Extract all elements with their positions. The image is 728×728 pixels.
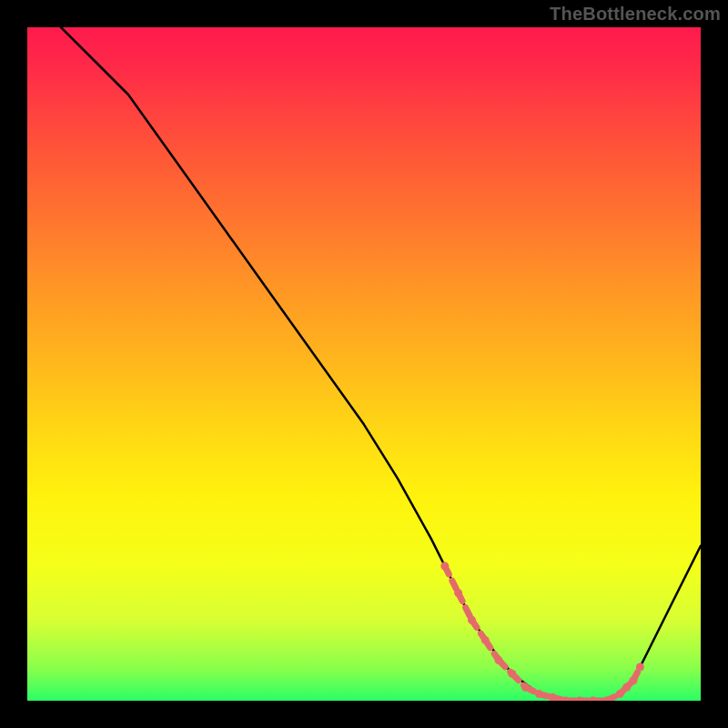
highlight-dash	[485, 640, 499, 660]
highlight-dash	[627, 681, 633, 687]
curve-layer	[27, 27, 701, 701]
highlight-dot	[440, 562, 449, 571]
highlight-dash	[526, 687, 540, 693]
highlight-dot	[602, 697, 611, 702]
highlight-dot	[495, 656, 503, 664]
highlight-dot	[622, 683, 631, 692]
highlight-dash	[512, 673, 526, 687]
highlight-plateau-markers	[440, 562, 644, 702]
highlight-dot	[521, 683, 530, 692]
highlight-dot	[616, 690, 624, 698]
highlight-dash	[445, 566, 459, 593]
highlight-dot	[630, 676, 638, 684]
highlight-dot	[508, 670, 516, 678]
highlight-dot	[562, 697, 571, 702]
highlight-dash	[620, 687, 626, 693]
highlight-dot	[535, 690, 543, 698]
highlight-dash	[633, 667, 640, 681]
plot-area	[27, 27, 701, 701]
highlight-dash	[471, 620, 485, 640]
highlight-dash	[499, 661, 512, 674]
chart-frame: TheBottleneck.com	[0, 0, 728, 728]
highlight-dot	[575, 697, 583, 702]
highlight-dot	[468, 616, 476, 624]
highlight-dot	[549, 693, 557, 701]
highlight-dash	[552, 697, 566, 701]
highlight-dot	[636, 663, 644, 672]
highlight-dash	[539, 694, 552, 698]
highlight-dash	[606, 694, 620, 701]
highlight-dot	[589, 697, 597, 702]
highlight-dot	[481, 636, 490, 644]
bottleneck-curve-line	[61, 27, 701, 701]
watermark-text: TheBottleneck.com	[550, 4, 721, 25]
highlight-dash	[459, 593, 472, 621]
highlight-dot	[454, 589, 462, 597]
